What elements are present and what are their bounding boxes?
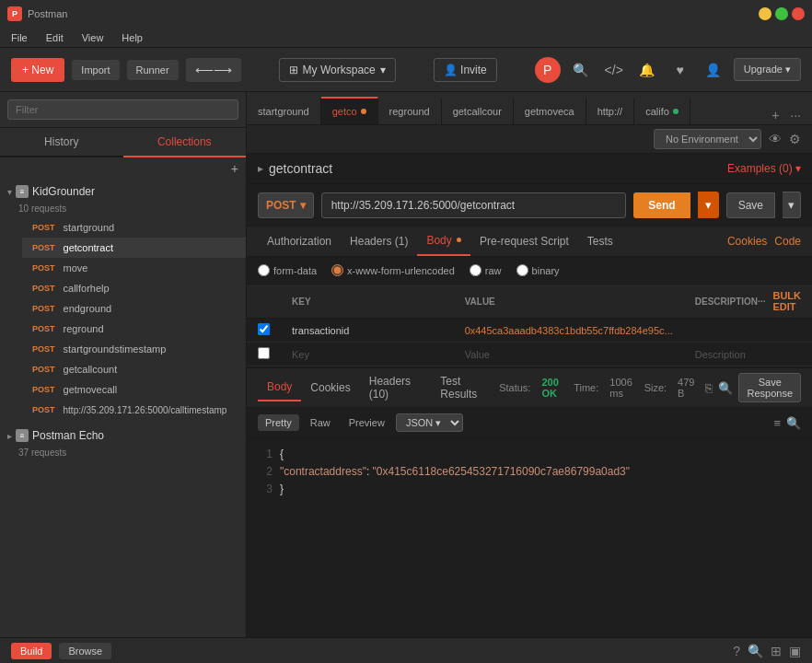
sidebar-item-reground[interactable]: POST reground: [22, 319, 246, 339]
sidebar-item-move[interactable]: POST move: [22, 258, 246, 278]
collection-kidgrounder-header[interactable]: ▾ ≡ KidGrounder: [0, 180, 246, 204]
param-key-1[interactable]: Key: [281, 343, 454, 366]
workspace-button[interactable]: ⊞ My Workspace ▾: [279, 58, 396, 82]
sub-tab-headers[interactable]: Headers (1): [341, 227, 417, 255]
sidebar-item-getmovecall[interactable]: POST getmovecall: [22, 379, 246, 400]
resp-tab-body[interactable]: Body: [258, 374, 301, 401]
collection-postman-echo-header[interactable]: ▸ ≡ Postman Echo: [0, 424, 246, 448]
tab-collections[interactable]: Collections: [123, 128, 247, 157]
environment-select[interactable]: No Environment: [654, 129, 761, 149]
menu-edit[interactable]: Edit: [42, 30, 67, 45]
bell-icon[interactable]: 🔔: [634, 57, 660, 83]
more-tabs-button[interactable]: ···: [786, 106, 805, 124]
resp-tab-headers[interactable]: Headers (10): [360, 368, 432, 407]
raw-radio[interactable]: [470, 264, 481, 276]
menu-help[interactable]: Help: [118, 30, 146, 45]
question-icon[interactable]: ?: [733, 644, 740, 658]
avatar-icon[interactable]: P: [535, 57, 561, 83]
close-button[interactable]: [792, 7, 805, 20]
param-checkbox-1[interactable]: [258, 347, 270, 359]
save-button[interactable]: Save: [726, 192, 775, 218]
browse-button[interactable]: Browse: [59, 643, 111, 659]
tab-history[interactable]: History: [0, 128, 123, 156]
param-value-1[interactable]: Value: [454, 343, 684, 366]
param-checkbox-0[interactable]: [258, 323, 270, 335]
search-response-button[interactable]: 🔍: [718, 381, 733, 395]
grid-icon[interactable]: ⊞: [771, 644, 782, 658]
code-icon[interactable]: </>: [601, 57, 627, 83]
sidebar-item-getcallcount[interactable]: POST getcallcount: [22, 359, 246, 379]
req-tab-califo[interactable]: califo: [634, 99, 690, 124]
sidebar-item-getcontract[interactable]: POST getcontract: [22, 238, 246, 258]
req-tab-getmoveca[interactable]: getmoveca: [514, 99, 586, 124]
menu-file[interactable]: File: [7, 30, 31, 45]
copy-response-button[interactable]: ⎘: [705, 381, 713, 395]
collection-kidgrounder-items: POST startground POST getcontract POST m…: [0, 217, 246, 420]
req-tab-getcallcour[interactable]: getcallcour: [442, 99, 514, 124]
sub-tab-prerequest[interactable]: Pre-request Script: [470, 227, 578, 255]
eye-icon[interactable]: 👁: [769, 132, 782, 146]
url-input[interactable]: [321, 192, 627, 218]
req-tab-startground[interactable]: startground: [247, 99, 321, 124]
profile-icon[interactable]: 👤: [701, 57, 726, 83]
sidebar-item-startground[interactable]: POST startground: [22, 217, 246, 238]
cookies-link[interactable]: Cookies: [727, 235, 767, 248]
invite-button[interactable]: 👤 Invite: [434, 58, 497, 82]
new-button[interactable]: + New: [11, 58, 64, 82]
format-tab-preview[interactable]: Preview: [342, 414, 392, 431]
settings-icon[interactable]: ⚙: [789, 132, 801, 146]
runner-button[interactable]: Runner: [127, 60, 179, 80]
build-button[interactable]: Build: [11, 643, 52, 659]
format-tab-pretty[interactable]: Pretty: [258, 414, 299, 431]
sub-tab-body[interactable]: Body: [417, 227, 470, 256]
history-nav-button[interactable]: ⟵⟶: [186, 58, 241, 82]
urlencoded-radio[interactable]: [331, 264, 343, 276]
form-data-radio[interactable]: [258, 264, 270, 276]
form-data-option[interactable]: form-data: [258, 264, 317, 276]
search-in-response-button[interactable]: 🔍: [786, 416, 801, 430]
binary-option[interactable]: binary: [516, 264, 560, 276]
send-button[interactable]: Send: [633, 192, 690, 218]
search-icon[interactable]: 🔍: [568, 57, 594, 83]
sidebar-item-calltimestamp[interactable]: POST http://35.209.171.26:5000/calltimes…: [22, 400, 246, 420]
param-desc-1[interactable]: Description: [684, 343, 812, 366]
side-panel-icon[interactable]: ▣: [789, 644, 801, 658]
menu-view[interactable]: View: [78, 30, 108, 45]
bulk-edit-button[interactable]: Bulk Edit: [772, 290, 801, 312]
param-value-0[interactable]: 0x445ca3aaadb4383c1bdb55c7ffdb284e95c...: [454, 319, 684, 343]
sub-tab-tests[interactable]: Tests: [578, 227, 622, 255]
format-tab-raw[interactable]: Raw: [303, 414, 338, 431]
sidebar-item-callforhelp[interactable]: POST callforhelp: [22, 278, 246, 298]
binary-radio[interactable]: [516, 264, 528, 276]
req-tab-http[interactable]: http://: [586, 99, 635, 124]
heart-icon[interactable]: ♥: [667, 57, 693, 83]
req-tab-reground[interactable]: reground: [378, 99, 442, 124]
save-response-button[interactable]: Save Response: [738, 373, 801, 402]
filter-input[interactable]: [7, 99, 238, 120]
search-bottom-icon[interactable]: 🔍: [748, 644, 763, 658]
param-desc-0[interactable]: [684, 319, 812, 343]
upgrade-button[interactable]: Upgrade ▾: [734, 58, 801, 81]
method-select[interactable]: POST ▾: [258, 192, 314, 218]
examples-button[interactable]: Examples (0) ▾: [727, 162, 801, 175]
code-link[interactable]: Code: [774, 235, 801, 248]
sidebar-item-startgroundstimestamp[interactable]: POST startgroundstimestamp: [22, 339, 246, 359]
add-tab-button[interactable]: +: [768, 106, 783, 124]
minimize-button[interactable]: [759, 7, 771, 20]
param-key-0[interactable]: transactionid: [281, 319, 454, 343]
send-arrow-button[interactable]: ▾: [698, 192, 719, 218]
sub-tab-authorization[interactable]: Authorization: [258, 227, 341, 255]
import-button[interactable]: Import: [72, 60, 119, 80]
format-type-select[interactable]: JSON ▾: [396, 413, 463, 432]
wrap-lines-button[interactable]: ≡: [773, 416, 781, 430]
save-arrow-button[interactable]: ▾: [783, 192, 801, 218]
raw-option[interactable]: raw: [470, 264, 502, 276]
resp-tab-testresults[interactable]: Test Results: [431, 368, 499, 407]
resp-tab-cookies[interactable]: Cookies: [301, 375, 359, 401]
sidebar-item-endground[interactable]: POST endground: [22, 298, 246, 319]
maximize-button[interactable]: [775, 7, 788, 20]
urlencoded-option[interactable]: x-www-form-urlencoded: [331, 264, 455, 276]
kebab-icon[interactable]: ···: [758, 297, 765, 307]
req-tab-getco[interactable]: getco: [321, 97, 378, 124]
new-collection-button[interactable]: +: [231, 161, 238, 176]
